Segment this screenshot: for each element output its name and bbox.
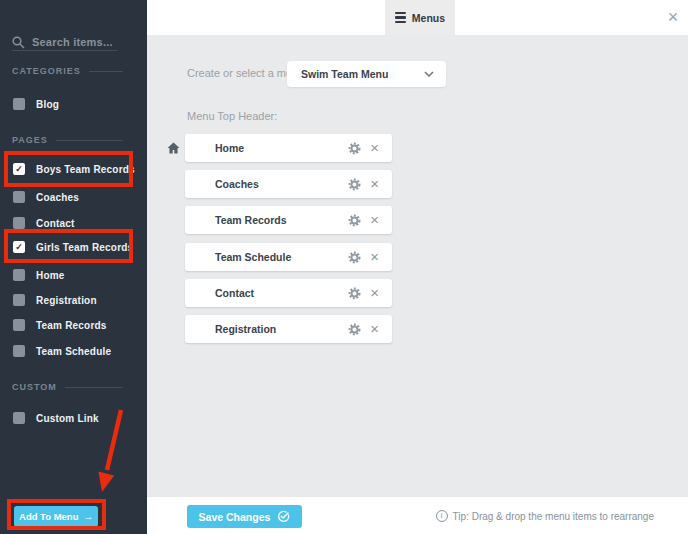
search-input[interactable]: Search items... [32,36,113,48]
sidebar-item-team-records[interactable]: Team Records [0,312,147,338]
checkbox-unchecked[interactable] [13,269,25,281]
menu-item-label: Home [215,142,339,154]
checkbox-unchecked[interactable] [13,191,25,203]
tab-label: Menus [412,12,445,24]
checkbox-unchecked[interactable] [13,345,25,357]
save-changes-label: Save Changes [199,511,271,523]
sidebar-item-label: Registration [36,295,97,306]
gear-icon[interactable] [348,214,361,227]
footer-bar: Save Changes i Tip: Drag & drop the menu… [147,497,688,534]
section-header-pages: PAGES [12,134,123,146]
menu-item-home[interactable]: Home × [185,134,392,162]
search-underline [12,50,117,51]
menu-item-label: Team Records [215,214,339,226]
menu-item-label: Coaches [215,178,339,190]
remove-icon[interactable]: × [370,286,379,300]
tab-menus[interactable]: Menus [385,0,455,35]
sidebar-item-boys-team-records[interactable]: ✓ Boys Team Records [0,156,147,182]
sidebar-item-label: Coaches [36,192,79,203]
sidebar-item-label: Boys Team Records [36,164,135,175]
section-header-custom: CUSTOM [12,381,123,393]
menu-item-contact[interactable]: Contact × [185,279,392,307]
section-label: CUSTOM [12,382,57,392]
info-icon: i [436,510,448,522]
menu-item-label: Contact [215,287,339,299]
menu-item-registration[interactable]: Registration × [185,315,392,343]
gear-icon[interactable] [348,142,361,155]
chevron-down-icon [424,71,434,77]
checkbox-unchecked[interactable] [13,98,25,110]
checkbox-unchecked[interactable] [13,217,25,229]
close-icon[interactable]: × [663,7,683,27]
checkbox-unchecked[interactable] [13,319,25,331]
sidebar-item-label: Home [36,270,65,281]
arrow-right-icon: → [83,511,93,522]
section-label: CATEGORIES [12,66,81,76]
search-bar[interactable]: Search items... [12,34,129,50]
checkbox-checked[interactable]: ✓ [13,163,25,175]
sidebar: Search items... CATEGORIES Blog PAGES ✓ … [0,0,147,534]
home-icon [167,142,180,154]
sidebar-item-contact[interactable]: Contact [0,210,147,236]
search-icon [12,36,25,49]
menu-item-team-schedule[interactable]: Team Schedule × [185,243,392,271]
sidebar-item-team-schedule[interactable]: Team Schedule [0,338,147,364]
menus-dialog: Search items... CATEGORIES Blog PAGES ✓ … [0,0,688,534]
sidebar-item-girls-team-records[interactable]: ✓ Girls Team Records [0,234,147,260]
remove-icon[interactable]: × [370,250,379,264]
save-changes-button[interactable]: Save Changes [187,505,302,528]
gear-icon[interactable] [348,178,361,191]
selected-menu-value: Swim Team Menu [301,68,424,80]
sidebar-item-label: Girls Team Records [36,242,133,253]
checkbox-checked[interactable]: ✓ [13,241,25,253]
sidebar-item-label: Blog [36,99,59,110]
sidebar-item-blog[interactable]: Blog [0,91,147,117]
add-to-menu-button[interactable]: Add To Menu → [14,506,98,527]
sidebar-item-label: Team Schedule [36,346,111,357]
gear-icon[interactable] [348,323,361,336]
check-circle-icon [277,510,290,523]
section-label: PAGES [12,135,48,145]
sidebar-item-label: Contact [36,218,75,229]
sidebar-item-label: Custom Link [36,413,99,424]
gear-icon[interactable] [348,251,361,264]
gear-icon[interactable] [348,287,361,300]
menu-item-label: Team Schedule [215,251,339,263]
sidebar-item-registration[interactable]: Registration [0,287,147,313]
sidebar-item-custom-link[interactable]: Custom Link [0,405,147,431]
menu-select-dropdown[interactable]: Swim Team Menu [287,61,446,87]
remove-icon[interactable]: × [370,322,379,336]
checkbox-unchecked[interactable] [13,412,25,424]
sidebar-item-label: Team Records [36,320,107,331]
section-header-categories: CATEGORIES [12,65,123,77]
add-to-menu-label: Add To Menu [19,511,78,522]
hamburger-icon [395,12,406,24]
remove-icon[interactable]: × [370,213,379,227]
menu-item-team-records[interactable]: Team Records × [185,206,392,234]
checkbox-unchecked[interactable] [13,294,25,306]
sidebar-item-coaches[interactable]: Coaches [0,184,147,210]
tip-text: Tip: Drag & drop the menu items to rearr… [453,511,654,522]
tip-message: i Tip: Drag & drop the menu items to rea… [436,510,654,522]
sidebar-item-home[interactable]: Home [0,262,147,288]
remove-icon[interactable]: × [370,141,379,155]
menu-item-coaches[interactable]: Coaches × [185,170,392,198]
remove-icon[interactable]: × [370,177,379,191]
menu-item-label: Registration [215,323,339,335]
menu-top-header-label: Menu Top Header: [187,110,277,122]
